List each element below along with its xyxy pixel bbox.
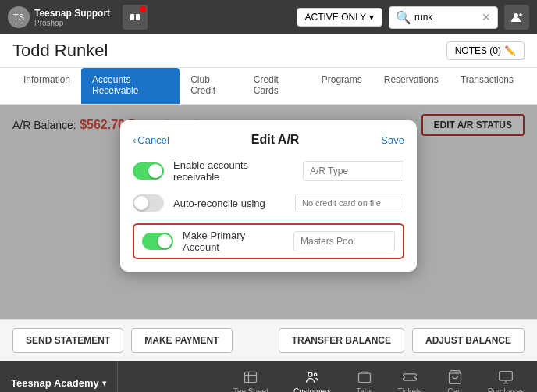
enable-ar-toggle[interactable] — [133, 162, 164, 180]
toggle-knob — [148, 164, 162, 178]
make-primary-row-wrapper: Make Primary Account — [133, 223, 404, 259]
tee-sheet-label: Tee Sheet — [233, 387, 268, 392]
pencil-icon: ✏️ — [504, 45, 516, 56]
toggle-knob — [158, 234, 172, 248]
brand-label[interactable]: Teesnap Academy ▾ — [0, 361, 118, 392]
tickets-label: Tickets — [397, 387, 421, 392]
bottom-nav-items: Tee Sheet Customers Tabs Tickets Cart Pu… — [118, 369, 537, 392]
ar-type-input[interactable] — [303, 161, 404, 181]
modal-header: ‹ Cancel Edit A/R Save — [133, 133, 404, 147]
modal-overlay: ‹ Cancel Edit A/R Save Enable accounts r… — [0, 105, 537, 319]
nav-icon-button[interactable] — [123, 5, 148, 30]
svg-rect-12 — [500, 372, 513, 381]
svg-rect-0 — [130, 14, 134, 20]
make-primary-toggle[interactable] — [142, 233, 173, 250]
brand-name: Teesnap Academy — [11, 377, 99, 389]
tab-information[interactable]: Information — [12, 68, 81, 104]
svg-point-9 — [315, 373, 317, 376]
user-info: Teesnap Support Proshop — [34, 8, 110, 27]
tab-credit-cards[interactable]: Credit Cards — [243, 68, 311, 104]
cancel-label: Cancel — [137, 134, 169, 146]
enable-ar-row: Enable accounts receivable — [133, 159, 404, 183]
auto-reconcile-row: Auto-reconcile using — [133, 194, 404, 212]
bottom-nav-cart[interactable]: Cart — [435, 369, 475, 392]
cart-label: Cart — [447, 387, 462, 392]
make-primary-label: Make Primary Account — [183, 230, 284, 253]
make-payment-button[interactable]: MAKE PAYMENT — [131, 328, 232, 353]
notes-label: NOTES (0) — [455, 45, 501, 56]
chevron-down-icon: ▾ — [102, 379, 106, 387]
customers-label: Customers — [293, 387, 331, 392]
search-input[interactable] — [414, 12, 478, 23]
tabs-label: Tabs — [356, 387, 372, 392]
credit-card-input[interactable] — [295, 194, 404, 212]
bottom-nav-purchases[interactable]: Purchases — [475, 369, 537, 392]
auto-reconcile-label: Auto-reconcile using — [173, 198, 286, 209]
tabs-bar: Information Accounts Receivable Club Cre… — [0, 68, 537, 105]
toggle-knob — [134, 196, 148, 210]
pool-input[interactable] — [293, 231, 395, 251]
clear-search-icon[interactable]: ✕ — [482, 11, 491, 23]
customer-header: Todd Runkel NOTES (0) ✏️ — [0, 34, 537, 68]
nav-user: TS Teesnap Support Proshop — [8, 6, 110, 28]
customer-name: Todd Runkel — [12, 41, 108, 61]
red-dot — [140, 6, 146, 12]
modal-title: Edit A/R — [251, 133, 300, 147]
bottom-nav-tee-sheet[interactable]: Tee Sheet — [221, 369, 281, 392]
save-button[interactable]: Save — [381, 134, 404, 146]
action-bar: SEND STATEMENT MAKE PAYMENT TRANSFER BAL… — [0, 319, 537, 361]
content-area: A/R Balance: $562.70 Due Active EDIT A/R… — [0, 105, 537, 319]
purchases-label: Purchases — [488, 387, 525, 392]
add-user-button[interactable] — [504, 5, 529, 30]
send-statement-button[interactable]: SEND STATEMENT — [12, 328, 123, 353]
avatar: TS — [8, 6, 30, 28]
filter-label: ACTIVE ONLY — [305, 12, 366, 23]
bottom-nav: Teesnap Academy ▾ Tee Sheet Customers Ta… — [0, 361, 537, 392]
bottom-nav-tabs[interactable]: Tabs — [343, 369, 385, 392]
filter-dropdown[interactable]: ACTIVE ONLY ▾ — [297, 8, 382, 27]
enable-ar-label: Enable accounts receivable — [173, 159, 293, 183]
chevron-left-icon: ‹ — [133, 134, 136, 146]
svg-rect-1 — [136, 14, 140, 20]
user-name: Teesnap Support — [34, 8, 110, 19]
tab-reservations[interactable]: Reservations — [373, 68, 450, 104]
cancel-button[interactable]: ‹ Cancel — [133, 134, 169, 146]
transfer-balance-button[interactable]: TRANSFER BALANCE — [279, 328, 404, 353]
svg-point-8 — [308, 372, 312, 376]
user-sub: Proshop — [34, 19, 110, 27]
edit-ar-modal: ‹ Cancel Edit A/R Save Enable accounts r… — [120, 120, 417, 272]
search-box: 🔍 ✕ — [389, 6, 498, 29]
tab-programs[interactable]: Programs — [311, 68, 373, 104]
chevron-down-icon: ▾ — [369, 12, 374, 23]
search-icon: 🔍 — [396, 10, 411, 25]
notes-button[interactable]: NOTES (0) ✏️ — [446, 41, 525, 60]
tab-club-credit[interactable]: Club Credit — [180, 68, 243, 104]
tab-transactions[interactable]: Transactions — [450, 68, 525, 104]
tab-accounts-receivable[interactable]: Accounts Receivable — [81, 68, 180, 104]
bottom-nav-tickets[interactable]: Tickets — [385, 369, 434, 392]
top-nav: TS Teesnap Support Proshop ACTIVE ONLY ▾… — [0, 0, 537, 34]
auto-reconcile-toggle[interactable] — [133, 194, 164, 212]
bottom-nav-customers[interactable]: Customers — [281, 369, 343, 392]
svg-rect-5 — [245, 372, 257, 382]
svg-rect-10 — [358, 373, 370, 383]
adjust-balance-button[interactable]: ADJUST BALANCE — [412, 328, 525, 353]
